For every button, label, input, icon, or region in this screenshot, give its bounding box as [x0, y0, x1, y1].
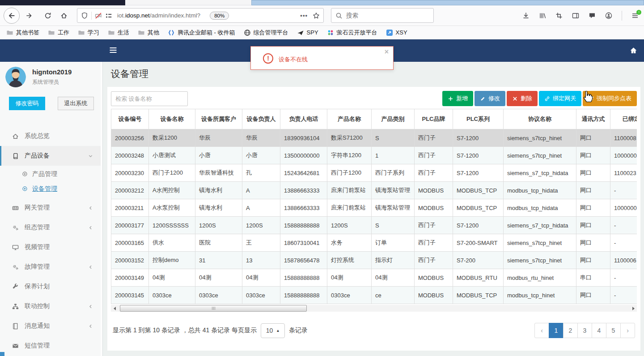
- bookmark-label: 萤石云开放平台: [337, 29, 377, 37]
- sidebar-item[interactable]: 产品设备: [0, 146, 101, 166]
- table-row[interactable]: 200003230西门子1200华辰智通科技孔15243642681西门子120…: [111, 164, 637, 182]
- screenshot-icon[interactable]: [555, 12, 563, 19]
- reload-button[interactable]: [41, 9, 55, 22]
- bookmark-item[interactable]: 萤石云开放平台: [327, 29, 377, 37]
- table-cell: 西门子1200: [149, 164, 195, 182]
- sidebar-subitem[interactable]: 设备管理: [0, 181, 101, 196]
- bookmark-label: 其他: [148, 29, 159, 37]
- sidebar-subitem[interactable]: 产品管理: [0, 167, 101, 181]
- sidebar-item[interactable]: 故障管理: [0, 257, 101, 277]
- spy-icon: [297, 29, 304, 36]
- sidebar-item[interactable]: 系统总览: [0, 126, 101, 146]
- folder-icon: [78, 29, 85, 36]
- page-actions-icon[interactable]: •••: [300, 12, 308, 19]
- delete-button[interactable]: 删除: [507, 91, 538, 106]
- table-cell: -: [610, 234, 637, 252]
- column-header: 设备所属客户: [195, 109, 242, 129]
- pagination-page[interactable]: 5: [606, 323, 621, 338]
- table-cell: 西门子: [415, 217, 453, 234]
- browser-search-box[interactable]: 搜索: [331, 8, 434, 23]
- table-cell: A水泵控制: [149, 199, 195, 217]
- bookmark-label: 其他书签: [16, 29, 39, 37]
- sidebar-item[interactable]: 组态管理: [0, 218, 101, 237]
- scroll-left-arrow[interactable]: [111, 305, 118, 312]
- pagination-next[interactable]: ›: [620, 323, 635, 338]
- app-home-icon[interactable]: [630, 47, 637, 54]
- change-password-button[interactable]: 修改密码: [9, 97, 45, 110]
- alert-close-icon[interactable]: ×: [385, 48, 389, 56]
- sidebar-item[interactable]: 短信管理: [0, 336, 101, 356]
- table-cell: siemens_s7tcp_hinet: [504, 252, 576, 269]
- circle-dot-icon: [22, 186, 28, 192]
- menu-icon[interactable]: ↑: [631, 12, 639, 19]
- browser-home-button[interactable]: [57, 9, 71, 22]
- account-icon[interactable]: [605, 12, 612, 19]
- table-row[interactable]: 200003248小唐测试小唐小唐13500000000字符串12001西门子S…: [111, 147, 637, 164]
- bookmark-item[interactable]: 综合管理平台: [244, 29, 288, 37]
- bind-gateway-button[interactable]: 绑定网关: [539, 91, 581, 106]
- browser-toolbar: iot.idosp.net/admin/index.html? 80% ••• …: [0, 5, 644, 26]
- page-size-select[interactable]: 10 ▲: [261, 323, 285, 338]
- bookmark-item[interactable]: SPY: [297, 29, 318, 36]
- device-search-input[interactable]: [111, 91, 188, 106]
- table-row[interactable]: 2000031450303ce0303ce0303ce1588888888803…: [111, 287, 637, 304]
- pagination-page[interactable]: 3: [577, 323, 592, 338]
- bookmark-item[interactable]: 生活: [108, 29, 129, 37]
- chevron-left-icon: [88, 304, 93, 309]
- envelope-icon: [12, 343, 19, 349]
- edit-button[interactable]: 修改: [475, 91, 505, 106]
- table-row[interactable]: 200003256数采1200华辰华辰18390936104数采S71200S西…: [111, 129, 637, 147]
- folder-icon: [6, 29, 13, 36]
- sidebar-item[interactable]: 消息通知: [0, 316, 101, 336]
- bookmark-item[interactable]: 腾讯企业邮箱 - 收件箱: [168, 29, 235, 37]
- horizontal-scrollbar[interactable]: [111, 305, 637, 312]
- pagination-prev[interactable]: ‹: [534, 323, 549, 338]
- table-cell: 13: [242, 252, 280, 269]
- library-icon[interactable]: [539, 12, 546, 19]
- zoom-level-badge[interactable]: 80%: [210, 12, 229, 20]
- column-header: PLC品牌: [415, 109, 453, 129]
- table-row[interactable]: 20000314904测04测04测1588888888804测04测MODBU…: [111, 269, 637, 287]
- gears-icon: [12, 224, 19, 231]
- sidebar-item[interactable]: 保养计划: [0, 277, 101, 296]
- site-permissions-icon[interactable]: [105, 12, 112, 19]
- table-row[interactable]: 2000031771200SSSSSS1200S1200S15888888888…: [111, 217, 637, 234]
- sidebar-item[interactable]: 网关管理: [0, 198, 101, 218]
- back-button[interactable]: [4, 8, 20, 24]
- pagination-page[interactable]: 1: [549, 323, 564, 338]
- bookmark-item[interactable]: 其他: [138, 29, 159, 37]
- shield-icon[interactable]: [81, 12, 88, 19]
- sidebar-item[interactable]: 视频管理: [0, 237, 101, 257]
- bookmark-star-icon[interactable]: [313, 12, 320, 19]
- table-row[interactable]: 200003212A水闸控制镇海水利A13886663333庶来门前泵站镇海泵站…: [111, 182, 637, 199]
- scroll-right-arrow[interactable]: [630, 305, 637, 312]
- forward-button[interactable]: [22, 9, 36, 22]
- bookmark-item[interactable]: 其他书签: [6, 29, 39, 37]
- table-row[interactable]: 200003165供水医院王18607310041水务订单西门子S7-200-S…: [111, 234, 637, 252]
- force-sync-button[interactable]: 强制同步点表: [583, 91, 637, 106]
- table-row[interactable]: 200003211A水泵控制镇海水利A13886663333庶来门前泵站镇海泵站…: [111, 199, 637, 217]
- bookmark-item[interactable]: 工作: [48, 29, 69, 37]
- add-button[interactable]: 新增: [442, 91, 473, 106]
- table-cell: MODBUS_TCP: [453, 182, 504, 199]
- download-icon[interactable]: [522, 12, 530, 19]
- table-cell: 0303ce: [195, 287, 242, 304]
- table-cell: siemens_s7_tcp_hidata: [504, 164, 576, 182]
- table-row[interactable]: 200003152控制demo311315878656478灯控系统指示灯西门子…: [111, 252, 637, 269]
- pagination-page[interactable]: 2: [563, 323, 578, 338]
- pagination-page[interactable]: 4: [592, 323, 606, 338]
- active-tab[interactable]: [0, 0, 125, 5]
- sidebar-item[interactable]: 联动控制: [0, 296, 101, 316]
- scrollbar-thumb[interactable]: [120, 305, 307, 312]
- table-cell: 镇海泵站管理: [372, 182, 415, 199]
- bookmark-item[interactable]: XSY: [386, 29, 407, 36]
- folder-icon: [48, 29, 55, 36]
- sidebars-icon[interactable]: [572, 12, 579, 19]
- sidebar-toggle-icon[interactable]: [109, 46, 118, 55]
- url-bar[interactable]: iot.idosp.net/admin/index.html? 80% •••: [77, 8, 324, 23]
- blocked-content-icon[interactable]: [95, 12, 102, 19]
- bookmark-item[interactable]: 学习: [78, 29, 99, 37]
- chat-icon[interactable]: [589, 12, 596, 19]
- table-cell: 控制demo: [149, 252, 195, 269]
- logout-button[interactable]: 退出系统: [58, 97, 94, 110]
